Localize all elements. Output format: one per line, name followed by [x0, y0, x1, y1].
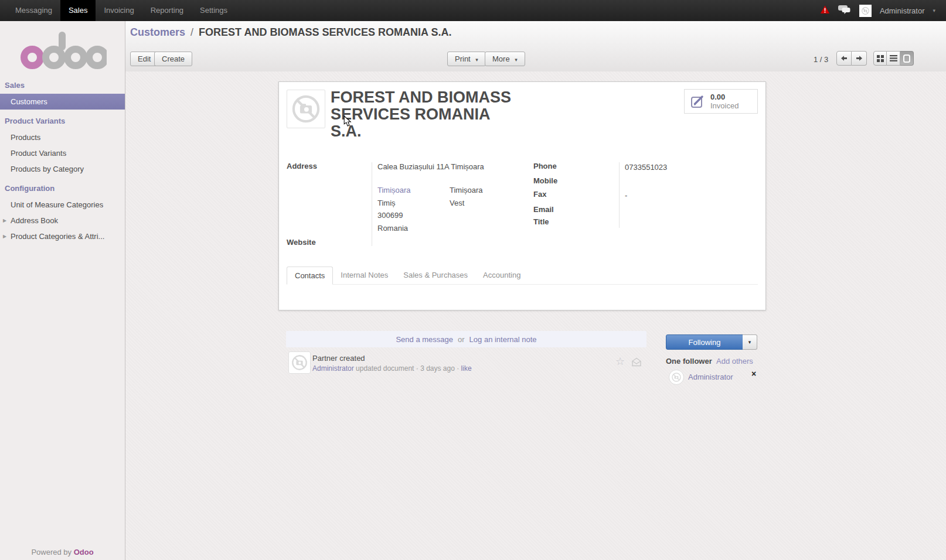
view-list-button[interactable]: [887, 51, 900, 66]
dot-separator: ·: [416, 364, 418, 373]
create-button[interactable]: Create: [154, 52, 192, 66]
city-value: Timișoara: [450, 186, 483, 194]
mouse-cursor: [343, 115, 352, 127]
pager-next-button[interactable]: [852, 51, 867, 66]
breadcrumb: Customers / FOREST AND BIOMASS SERVICES …: [130, 26, 451, 39]
topbar-right: Administrator ▾: [820, 0, 946, 21]
follower-name-link[interactable]: Administrator: [688, 373, 733, 381]
caret-down-icon: ▾: [748, 339, 751, 345]
message-action: updated document: [356, 364, 414, 373]
chevron-right-icon: ▶: [3, 213, 6, 228]
sidebar-section-configuration: Configuration: [0, 177, 125, 197]
pager-previous-button[interactable]: [836, 51, 852, 66]
top-menu-sales[interactable]: Sales: [60, 0, 96, 21]
email-label: Email: [533, 205, 554, 214]
address-label: Address: [287, 162, 317, 170]
country-value: Romania: [377, 224, 408, 233]
partner-name-title: FOREST AND BIOMASS SERVICES ROMANIA S.A.: [331, 89, 513, 140]
top-menu-messaging[interactable]: Messaging: [7, 0, 60, 21]
city-link[interactable]: Timișoara: [377, 186, 411, 194]
breadcrumb-current: FOREST AND BIOMASS SERVICES ROMANIA S.A.: [199, 26, 451, 38]
sidebar: Sales Customers Product Variants Product…: [0, 21, 125, 560]
arrow-right-icon: [856, 55, 863, 62]
top-menu: Messaging Sales Invoicing Reporting Sett…: [0, 0, 236, 21]
sidebar-section-product-variants: Product Variants: [0, 110, 125, 129]
notebook-tabs: Contacts Internal Notes Sales & Purchase…: [287, 267, 758, 285]
powered-by: Powered by Odoo: [0, 548, 125, 556]
view-form-button[interactable]: [900, 51, 914, 66]
remove-follower-button[interactable]: ×: [751, 369, 756, 378]
sidebar-item-customers[interactable]: Customers: [0, 94, 125, 110]
log-internal-note-link[interactable]: Log an internal note: [469, 335, 537, 344]
tab-internal-notes[interactable]: Internal Notes: [333, 267, 396, 284]
more-button[interactable]: More ▾: [485, 52, 525, 66]
user-avatar: [859, 5, 872, 17]
messages-icon[interactable]: [838, 5, 851, 16]
breadcrumb-separator: /: [188, 26, 196, 38]
dot-separator: ·: [457, 364, 459, 373]
message-time: 3 days ago: [420, 364, 455, 373]
pager-buttons: [836, 51, 867, 66]
view-kanban-button[interactable]: [873, 51, 887, 66]
or-text: or: [458, 335, 465, 344]
breadcrumb-customers-link[interactable]: Customers: [130, 26, 185, 38]
top-menu-reporting[interactable]: Reporting: [142, 0, 192, 21]
sidebar-item-products-by-category[interactable]: Products by Category: [0, 161, 125, 177]
zip-value: 300699: [377, 211, 403, 220]
sidebar-item-label: Product Categories & Attri...: [11, 232, 104, 241]
title-label: Title: [533, 217, 549, 226]
caret-down-icon: ▾: [475, 57, 478, 63]
message-avatar: [288, 351, 311, 374]
mark-as-read-icon[interactable]: [631, 357, 642, 368]
sidebar-item-product-categories[interactable]: ▶ Product Categories & Attri...: [0, 228, 125, 244]
caret-down-icon: ▾: [515, 57, 518, 63]
sidebar-item-uom-categories[interactable]: Unit of Measure Categories: [0, 197, 125, 213]
add-others-link[interactable]: Add others: [716, 357, 753, 366]
partner-image-placeholder: [287, 90, 325, 128]
sidebar-item-products[interactable]: Products: [0, 129, 125, 145]
top-menu-settings[interactable]: Settings: [192, 0, 236, 21]
tab-sales-purchases[interactable]: Sales & Purchases: [396, 267, 475, 284]
print-button[interactable]: Print ▾: [447, 52, 486, 66]
odoo-brand-link[interactable]: Odoo: [74, 548, 94, 556]
sidebar-item-address-book[interactable]: ▶ Address Book: [0, 213, 125, 228]
sidebar-item-product-variants[interactable]: Product Variants: [0, 145, 125, 161]
following-button[interactable]: Following: [666, 334, 743, 350]
powered-by-text: Powered by: [31, 548, 72, 556]
field-separator: [372, 162, 372, 246]
warning-icon[interactable]: [820, 5, 830, 16]
star-icon[interactable]: ☆: [615, 355, 625, 368]
invoiced-label: Invoiced: [710, 101, 739, 110]
follower-avatar: [669, 370, 684, 385]
tab-accounting[interactable]: Accounting: [475, 267, 528, 284]
top-menubar: Messaging Sales Invoicing Reporting Sett…: [0, 0, 946, 21]
message-meta: Administrator updated document · 3 days …: [312, 364, 472, 373]
user-menu[interactable]: Administrator: [880, 6, 925, 15]
no-image-camera-icon: [671, 372, 682, 383]
no-image-camera-icon: [291, 354, 308, 371]
message-author-link[interactable]: Administrator: [312, 364, 354, 373]
invoiced-stat-button[interactable]: 0.00 Invoiced: [684, 89, 758, 114]
tab-contacts[interactable]: Contacts: [287, 267, 333, 285]
chatter-compose-bar: Send a message or Log an internal note: [286, 331, 646, 347]
like-link[interactable]: like: [461, 364, 472, 373]
state-value: Timiș: [377, 199, 396, 207]
fax-value: -: [625, 191, 627, 200]
chevron-right-icon: ▶: [3, 228, 6, 244]
following-dropdown-button[interactable]: ▾: [743, 334, 757, 350]
odoo-app-window: Messaging Sales Invoicing Reporting Sett…: [0, 0, 946, 560]
send-message-link[interactable]: Send a message: [396, 335, 453, 344]
view-manager-header: Customers / FOREST AND BIOMASS SERVICES …: [125, 21, 946, 71]
pencil-square-icon: [690, 94, 706, 109]
top-menu-invoicing[interactable]: Invoicing: [96, 0, 142, 21]
view-switcher: [873, 51, 914, 66]
phone-label: Phone: [533, 162, 557, 170]
sidebar-item-label: Address Book: [11, 216, 58, 225]
website-label: Website: [287, 238, 316, 247]
phone-value: 0733551023: [625, 163, 667, 172]
caret-down-icon: ▾: [933, 8, 935, 13]
fax-label: Fax: [533, 190, 546, 199]
follower-count: One follower: [666, 357, 712, 366]
street-value: Calea Buziașului 11A Timișoara: [377, 162, 484, 171]
odoo-logo: [19, 30, 107, 69]
